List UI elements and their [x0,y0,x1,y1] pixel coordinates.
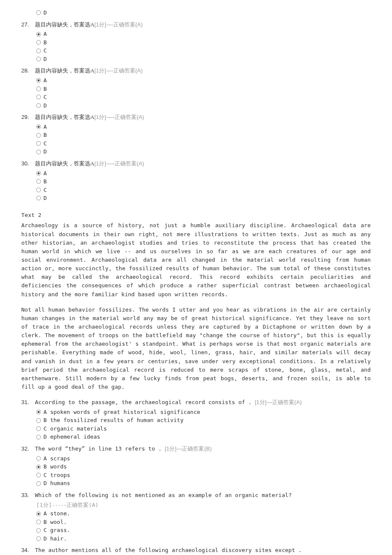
radio-icon[interactable] [36,528,41,533]
option-row[interactable]: D hair. [36,535,371,543]
options-list: ABCD [21,76,371,110]
option-label: C grass. [43,526,70,535]
option-row[interactable]: B [36,131,371,139]
option-row[interactable]: A [36,30,371,38]
option-row[interactable]: D ephemeral ideas [36,433,371,441]
question-header: 30.题目内容缺失，答案选A[1分]------正确答案(A) [21,159,371,168]
question-text: 题目内容缺失，答案选A [35,159,94,168]
radio-icon[interactable] [36,410,41,414]
radio-icon[interactable] [36,520,41,524]
correct-answer-label: 正确答案(A) [115,159,144,168]
option-label: D humans [43,479,70,488]
option-row[interactable]: C [36,139,371,148]
radio-icon[interactable] [36,87,41,91]
option-row[interactable]: C organic materials [36,425,371,433]
answer-line: [1分]-----正确答案(A) [21,501,371,510]
radio-icon[interactable] [36,465,41,469]
question-block: 30.题目内容缺失，答案选A[1分]------正确答案(A)ABCD [21,159,371,202]
option-label: A scraps [43,454,70,463]
option-row[interactable]: A [36,76,371,85]
dashes: ----- [106,20,113,29]
option-label: D ephemeral ideas [43,433,100,441]
radio-icon[interactable] [36,536,41,541]
radio-icon[interactable] [36,141,41,146]
option-row[interactable]: D [36,147,371,156]
option-label: C [43,46,47,55]
radio-icon[interactable] [36,133,41,138]
radio-icon[interactable] [36,57,41,61]
option-row[interactable]: B wool. [36,518,371,526]
passage-paragraph-1: Archaeology is a source of history, not … [21,221,371,298]
dashes: ------ [106,113,115,122]
option-row[interactable]: C [36,46,371,55]
option-row[interactable]: B [36,177,371,186]
correct-answer-label: 正确答案(A) [113,20,143,29]
radio-icon[interactable] [36,188,41,192]
option-row[interactable]: D [36,55,371,64]
radio-icon[interactable] [36,124,41,129]
passage-title: Text 2 [21,211,371,220]
option-row[interactable]: A stone. [36,509,371,518]
option-label: A [43,123,47,131]
radio-icon[interactable] [36,179,41,184]
option-row[interactable]: B [36,38,371,47]
question-header: 32.The word “they” in line 13 refers to … [21,445,371,454]
option-row[interactable]: A [36,123,371,131]
radio-icon[interactable] [36,196,41,200]
option-row[interactable]: D [36,194,371,202]
option-label: A [43,30,47,38]
option-label: A [43,169,47,178]
radio-icon[interactable] [36,10,41,15]
option-label: C troops [43,471,70,480]
radio-icon[interactable] [36,49,41,53]
options-list: A stone.B wool.C grass.D hair. [21,509,371,543]
option-row[interactable]: B the fossilized results of human activi… [36,416,371,425]
option-row[interactable]: D humans [36,479,371,488]
question-text: 题目内容缺失，答案选A [35,66,94,75]
option-row[interactable]: D [36,9,371,17]
radio-icon[interactable] [36,418,41,423]
option-row[interactable]: B [36,85,371,93]
question-number: 31. [21,398,32,407]
option-label: D [43,55,47,64]
radio-icon[interactable] [36,435,41,439]
option-row[interactable]: A scraps [36,454,371,463]
score-label: [1分] [94,20,106,29]
score-label: [1分] [94,113,106,122]
question-block: 28.题目内容缺失，答案选A[1分]-----正确答案(A)ABCD [21,66,371,110]
correct-answer-label: 正确答案(B) [182,445,211,454]
radio-icon[interactable] [36,426,41,431]
radio-icon[interactable] [36,32,41,37]
option-row[interactable]: A [36,169,371,178]
radio-icon[interactable] [36,512,41,516]
option-row[interactable]: B words [36,462,371,471]
correct-answer-label: 正确答案(A) [113,66,143,75]
options-list: ABCD [21,30,371,63]
question-number: 32. [21,445,32,454]
option-row[interactable]: C [36,93,371,101]
radio-icon[interactable] [36,481,41,486]
radio-icon[interactable] [36,150,41,154]
option-row[interactable]: C troops [36,471,371,480]
question-number: 30. [21,159,32,168]
radio-icon[interactable] [36,103,41,108]
radio-icon[interactable] [36,456,41,461]
question-header: 34.The author mentions all of the follow… [21,546,371,555]
option-label: B [43,177,47,186]
radio-icon[interactable] [36,473,41,477]
option-row[interactable]: C grass. [36,526,371,535]
question-header: 27.题目内容缺失，答案选A[1分]-----正确答案(A) [21,20,371,29]
options-list: ABCD [21,169,371,202]
question-number: 27. [21,20,32,29]
correct-answer-label: 正确答案(A) [66,502,98,508]
radio-icon[interactable] [36,78,41,83]
radio-icon[interactable] [36,40,41,45]
radio-icon[interactable] [36,95,41,99]
question-block: 31.According to the passage, the archaeo… [21,398,371,441]
option-row[interactable]: A spoken words of great historical signi… [36,408,371,416]
option-row[interactable]: D [36,101,371,110]
radio-icon[interactable] [36,171,41,176]
passage-paragraph-2: Not all human behavior fossilizes. The w… [21,306,371,391]
correct-answer-label: 正确答案(A) [115,113,144,122]
option-row[interactable]: C [36,186,371,194]
